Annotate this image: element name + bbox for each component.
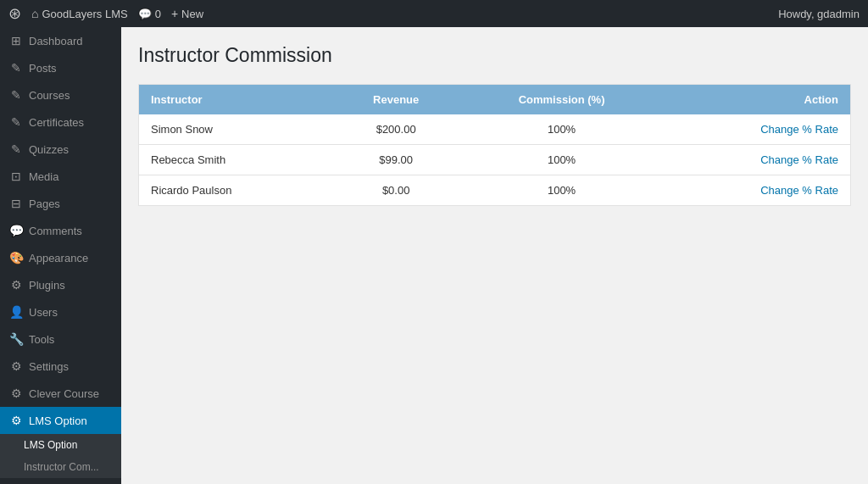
revenue-value: $99.00	[331, 145, 460, 175]
howdy-text: Howdy, gdadmin	[778, 8, 860, 20]
col-header-instructor: Instructor	[139, 85, 331, 114]
sidebar-item-label: Clever Course	[29, 387, 99, 400]
clever-course-icon: ⚙	[8, 387, 24, 400]
wp-logo-icon[interactable]: ⊛	[8, 4, 21, 23]
users-icon: 👤	[8, 305, 24, 319]
comment-icon: 💬	[138, 8, 152, 20]
change-rate-link[interactable]: Change % Rate	[760, 153, 838, 166]
sidebar-item-comments[interactable]: 💬 Comments	[0, 217, 121, 244]
submenu-item-instructor-commission[interactable]: Instructor Com...	[0, 456, 121, 478]
table-row: Simon Snow $200.00 100% Change % Rate	[139, 114, 850, 145]
sidebar-item-courses[interactable]: ✎ Courses	[0, 81, 121, 108]
sidebar-item-certificates[interactable]: ✎ Certificates	[0, 108, 121, 136]
media-icon: ⊡	[8, 170, 24, 183]
quizzes-icon: ✎	[8, 142, 24, 156]
commission-value: 100%	[460, 114, 663, 145]
sidebar-item-tools[interactable]: 🔧 Tools	[0, 325, 121, 353]
col-header-action: Action	[663, 85, 850, 114]
sidebar-item-lms-option[interactable]: ⚙ LMS Option	[0, 407, 121, 434]
site-name[interactable]: GoodLayers LMS	[31, 7, 128, 20]
comments-count[interactable]: 💬 0	[138, 8, 161, 20]
table-header-row: Instructor Revenue Commission (%) Action	[139, 85, 850, 114]
sidebar-item-label: Courses	[29, 89, 70, 102]
commission-table: Instructor Revenue Commission (%) Action…	[139, 85, 850, 205]
action-cell: Change % Rate	[663, 145, 850, 175]
sidebar-item-label: Comments	[29, 225, 82, 237]
sidebar-item-label: Appearance	[29, 252, 88, 264]
submenu-item-lms-option[interactable]: LMS Option	[0, 434, 121, 456]
admin-bar: ⊛ GoodLayers LMS 💬 0 New Howdy, gdadmin	[0, 0, 868, 27]
sidebar-item-label: Pages	[29, 197, 60, 210]
submenu-label: Instructor Com...	[24, 461, 99, 473]
revenue-value: $0.00	[331, 175, 460, 206]
action-cell: Change % Rate	[663, 175, 850, 206]
sidebar-item-clever-course[interactable]: ⚙ Clever Course	[0, 380, 121, 407]
tools-icon: 🔧	[8, 332, 24, 346]
settings-icon: ⚙	[8, 359, 24, 373]
col-header-revenue: Revenue	[331, 85, 460, 114]
table-row: Ricardo Paulson $0.00 100% Change % Rate	[139, 175, 850, 206]
sidebar-item-label: Dashboard	[29, 35, 83, 47]
sidebar-item-label: Posts	[29, 62, 57, 75]
sidebar-item-dashboard[interactable]: ⊞ Dashboard	[0, 27, 121, 54]
sidebar-item-quizzes[interactable]: ✎ Quizzes	[0, 136, 121, 163]
comments-icon: 💬	[8, 224, 24, 237]
sidebar-item-posts[interactable]: ✎ Posts	[0, 54, 121, 81]
sidebar-item-settings[interactable]: ⚙ Settings	[0, 353, 121, 380]
change-rate-link[interactable]: Change % Rate	[760, 123, 838, 136]
col-header-commission: Commission (%)	[460, 85, 663, 114]
commission-table-wrap: Instructor Revenue Commission (%) Action…	[138, 84, 851, 206]
new-button[interactable]: New	[171, 7, 203, 20]
sidebar: ⊞ Dashboard ✎ Posts ✎ Courses ✎ Certific…	[0, 27, 121, 484]
appearance-icon: 🎨	[8, 251, 24, 264]
page-title: Instructor Commission	[138, 44, 851, 67]
instructor-name: Ricardo Paulson	[139, 175, 331, 206]
sidebar-item-label: LMS Option	[29, 414, 87, 427]
commission-value: 100%	[460, 145, 663, 175]
instructor-name: Rebecca Smith	[139, 145, 331, 175]
revenue-value: $200.00	[331, 114, 460, 145]
lms-option-icon: ⚙	[8, 414, 24, 427]
change-rate-link[interactable]: Change % Rate	[760, 184, 838, 197]
sidebar-item-pages[interactable]: ⊟ Pages	[0, 190, 121, 217]
table-row: Rebecca Smith $99.00 100% Change % Rate	[139, 145, 850, 175]
sidebar-item-users[interactable]: 👤 Users	[0, 298, 121, 325]
sidebar-item-label: Quizzes	[29, 143, 69, 156]
sidebar-item-label: Certificates	[29, 116, 84, 129]
plugins-icon: ⚙	[8, 278, 24, 292]
courses-icon: ✎	[8, 88, 24, 102]
main-content: Instructor Commission Instructor Revenue…	[121, 27, 868, 484]
sidebar-item-plugins[interactable]: ⚙ Plugins	[0, 271, 121, 298]
sidebar-item-label: Tools	[29, 333, 54, 346]
certificates-icon: ✎	[8, 115, 24, 129]
sidebar-item-appearance[interactable]: 🎨 Appearance	[0, 244, 121, 271]
dashboard-icon: ⊞	[8, 34, 24, 47]
pages-icon: ⊟	[8, 197, 24, 210]
sidebar-item-label: Users	[29, 306, 58, 319]
sidebar-item-label: Media	[29, 170, 58, 183]
sidebar-item-media[interactable]: ⊡ Media	[0, 163, 121, 190]
instructor-name: Simon Snow	[139, 114, 331, 145]
sidebar-item-label: Plugins	[29, 279, 65, 292]
submenu-label: LMS Option	[24, 439, 77, 451]
posts-icon: ✎	[8, 61, 24, 75]
commission-value: 100%	[460, 175, 663, 206]
sidebar-item-label: Settings	[29, 360, 69, 373]
action-cell: Change % Rate	[663, 114, 850, 145]
